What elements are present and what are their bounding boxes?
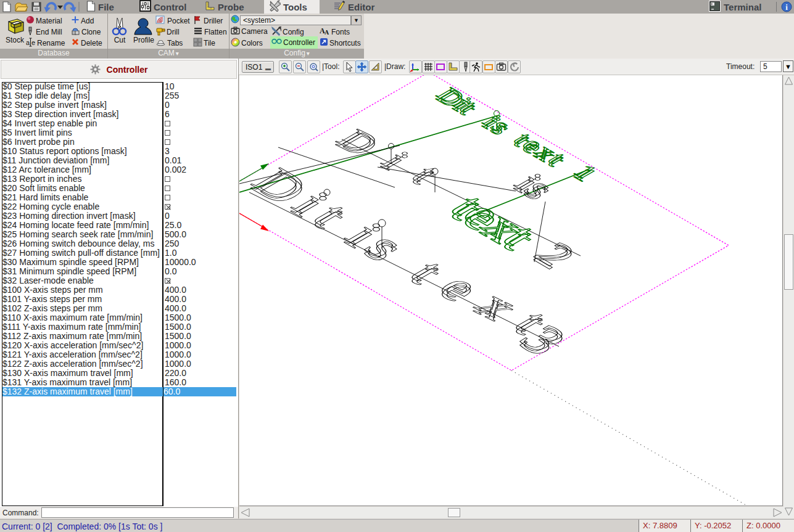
svg-text:text: text xyxy=(439,192,550,256)
svg-text:is: is xyxy=(333,218,426,272)
svg-text:i: i xyxy=(785,2,788,12)
svg-text:a: a xyxy=(26,39,30,46)
svg-text:A: A xyxy=(325,29,329,35)
svg-text:e: e xyxy=(31,39,35,46)
svg-text:Dit: Dit xyxy=(327,127,469,199)
svg-text:Dit: Dit xyxy=(239,164,370,240)
svg-text:Dit: Dit xyxy=(430,87,484,118)
